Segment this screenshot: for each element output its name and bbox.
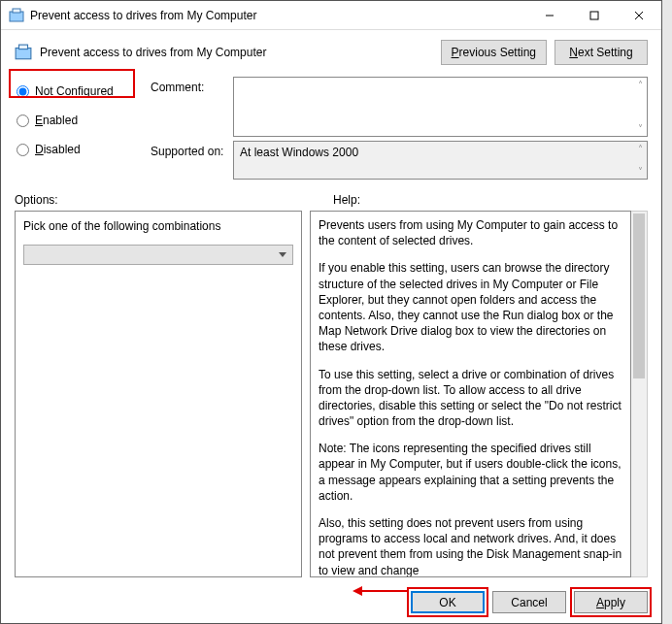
help-panel: Prevents users from using My Computer to… bbox=[310, 211, 631, 577]
help-text: Also, this setting does not prevent user… bbox=[319, 515, 622, 577]
policy-name: Prevent access to drives from My Compute… bbox=[40, 46, 433, 59]
policy-editor-window: Prevent access to drives from My Compute… bbox=[0, 0, 662, 624]
options-heading: Options: bbox=[15, 193, 333, 207]
supported-on-text: At least Windows 2000 bbox=[240, 146, 358, 159]
options-panel: Pick one of the following combinations bbox=[15, 211, 302, 577]
supported-on-textbox: At least Windows 2000 ˄ ˅ bbox=[233, 141, 648, 180]
enabled-radio[interactable] bbox=[17, 115, 29, 127]
apply-button[interactable]: Apply bbox=[574, 591, 648, 613]
cancel-button[interactable]: Cancel bbox=[492, 591, 566, 613]
policy-icon bbox=[15, 44, 32, 61]
titlebar: Prevent access to drives from My Compute… bbox=[1, 1, 661, 30]
disabled-radio[interactable] bbox=[17, 144, 29, 156]
disabled-label: Disabled bbox=[35, 143, 81, 156]
comment-textbox[interactable]: ˄ ˅ bbox=[233, 77, 648, 137]
enabled-label: Enabled bbox=[35, 114, 78, 127]
previous-setting-button[interactable]: Previous Setting bbox=[441, 40, 547, 65]
not-configured-radio[interactable] bbox=[17, 85, 29, 98]
ok-button[interactable]: OK bbox=[411, 591, 485, 613]
scroll-up-icon: ˄ bbox=[638, 144, 643, 154]
drive-combination-dropdown[interactable] bbox=[23, 245, 293, 265]
help-heading: Help: bbox=[333, 193, 648, 207]
scroll-up-icon[interactable]: ˄ bbox=[638, 80, 643, 90]
supported-on-label: Supported on: bbox=[151, 137, 233, 158]
window-title: Prevent access to drives from My Compute… bbox=[30, 9, 527, 22]
minimize-button[interactable] bbox=[527, 1, 572, 29]
help-text: If you enable this setting, users can br… bbox=[319, 260, 622, 354]
close-button[interactable] bbox=[617, 1, 661, 29]
scrollbar-thumb[interactable] bbox=[633, 213, 645, 378]
not-configured-label: Not Configured bbox=[35, 84, 114, 98]
annotation-arrow bbox=[353, 583, 411, 599]
next-setting-button[interactable]: Next Setting bbox=[554, 40, 648, 65]
policy-icon bbox=[9, 8, 24, 23]
help-text: Note: The icons representing the specifi… bbox=[319, 441, 622, 504]
scroll-down-icon: ˅ bbox=[638, 166, 643, 177]
svg-rect-7 bbox=[19, 45, 28, 49]
svg-marker-9 bbox=[353, 586, 362, 596]
svg-rect-3 bbox=[590, 12, 598, 19]
help-text: To use this setting, select a drive or c… bbox=[319, 367, 622, 430]
help-scrollbar[interactable] bbox=[631, 211, 648, 577]
options-prompt: Pick one of the following combinations bbox=[23, 219, 293, 233]
svg-rect-1 bbox=[13, 9, 20, 13]
comment-label: Comment: bbox=[151, 73, 233, 94]
scroll-down-icon[interactable]: ˅ bbox=[638, 123, 643, 134]
maximize-button[interactable] bbox=[572, 1, 617, 29]
help-text: Prevents users from using My Computer to… bbox=[319, 217, 622, 248]
